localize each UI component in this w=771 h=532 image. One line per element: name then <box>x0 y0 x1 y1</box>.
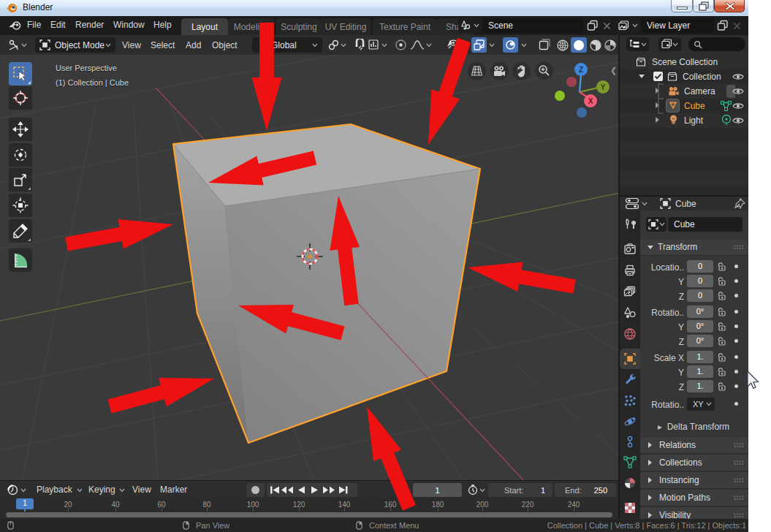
svg-text:X: X <box>588 97 593 105</box>
svg-text:Z: Z <box>579 66 583 74</box>
svg-text:Y: Y <box>601 83 606 91</box>
